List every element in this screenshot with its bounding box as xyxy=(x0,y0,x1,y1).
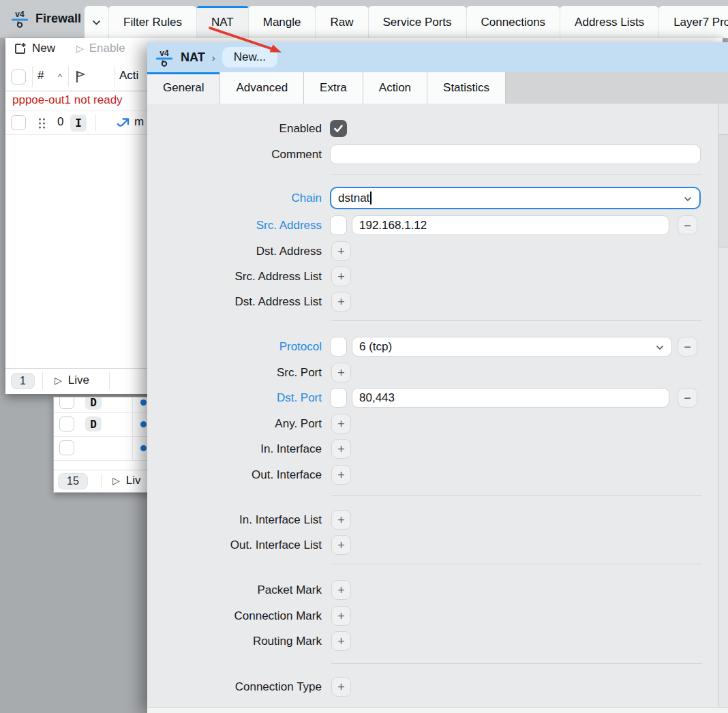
field-connection-type: Connection Type + xyxy=(147,677,728,697)
check-icon xyxy=(333,124,344,133)
field-chain: Chain dstnat xyxy=(147,188,728,208)
field-out-interface-list: Out. Interface List + xyxy=(147,535,728,555)
add-src-address-list-button[interactable]: + xyxy=(331,267,351,286)
chevron-down-icon xyxy=(656,345,664,350)
tab-filter-rules[interactable]: Filter Rules xyxy=(108,6,196,38)
tab-service-ports[interactable]: Service Ports xyxy=(368,6,466,38)
field-dst-address-list: Dst. Address List + xyxy=(147,292,728,312)
field-src-address-list: Src. Address List + xyxy=(147,267,728,286)
remove-dst-port-button[interactable]: − xyxy=(678,388,697,408)
field-src-address: Src. Address − xyxy=(147,215,728,235)
field-connection-mark: Connection Mark + xyxy=(147,606,728,626)
negate-checkbox[interactable] xyxy=(330,388,347,408)
breadcrumb-root: NAT xyxy=(181,50,205,65)
dst-port-input[interactable] xyxy=(352,388,669,408)
new-window-icon xyxy=(14,42,27,55)
add-connection-type-button[interactable]: + xyxy=(331,677,351,697)
firewall-tabs: Filter Rules NAT Mangle Raw Service Port… xyxy=(85,6,728,38)
svg-text:v4: v4 xyxy=(15,10,25,19)
group-divider xyxy=(331,320,702,321)
remove-protocol-button[interactable]: − xyxy=(678,337,697,356)
dialog-titlebar[interactable]: v4 NAT › New... xyxy=(147,42,728,72)
field-packet-mark: Packet Mark + xyxy=(147,580,728,600)
group-divider xyxy=(331,564,702,564)
field-in-interface: In. Interface + xyxy=(147,439,728,459)
add-out-interface-list-button[interactable]: + xyxy=(331,535,351,555)
tab-layer7-protocols[interactable]: Layer7 Protocols xyxy=(658,6,728,38)
add-connection-mark-button[interactable]: + xyxy=(331,606,351,626)
firewall-title-group: v4 Firewall xyxy=(11,9,81,29)
group-divider xyxy=(331,495,702,496)
tab-general[interactable]: General xyxy=(147,72,220,104)
add-src-port-button[interactable]: + xyxy=(331,363,351,382)
column-action-header[interactable]: Acti xyxy=(119,69,138,82)
page-title: Firewall xyxy=(35,12,81,26)
chain-combobox[interactable]: dstnat xyxy=(330,187,701,209)
add-in-interface-button[interactable]: + xyxy=(331,439,351,459)
invalid-flag-badge: I xyxy=(70,115,87,132)
row-count-badge: 15 xyxy=(58,473,88,489)
action-cell-text: m xyxy=(134,115,144,129)
remove-src-address-button[interactable]: − xyxy=(678,215,697,235)
tab-advanced[interactable]: Advanced xyxy=(220,72,304,104)
add-out-interface-button[interactable]: + xyxy=(331,465,351,485)
sort-ascending-icon[interactable]: ^ xyxy=(58,72,62,82)
new-rule-button[interactable]: New xyxy=(14,42,55,55)
status-dot xyxy=(140,421,147,427)
field-dst-port: Dst. Port − xyxy=(147,388,728,408)
row-count-badge: 1 xyxy=(11,373,35,389)
rule-number: 0 xyxy=(57,115,63,129)
add-dst-address-list-button[interactable]: + xyxy=(331,292,351,312)
dialog-scrollbar-thumb[interactable] xyxy=(718,134,728,247)
firewall-window-header: v4 Firewall Filter Rules NAT Mangle Raw … xyxy=(0,0,728,38)
add-dst-address-button[interactable]: + xyxy=(331,241,351,261)
enabled-checkbox[interactable] xyxy=(330,120,347,137)
tab-mangle[interactable]: Mangle xyxy=(248,6,316,38)
add-routing-mark-button[interactable]: + xyxy=(331,631,351,651)
row-checkbox[interactable] xyxy=(59,416,74,431)
group-divider xyxy=(331,175,702,175)
field-out-interface: Out. Interface + xyxy=(147,465,728,485)
field-src-port: Src. Port + xyxy=(147,363,728,382)
tab-statistics[interactable]: Statistics xyxy=(427,72,506,104)
group-divider xyxy=(331,663,702,664)
enable-rule-button[interactable]: ▷ Enable xyxy=(76,42,125,55)
live-toggle-button[interactable]: ▷ Live xyxy=(55,374,89,387)
add-packet-mark-button[interactable]: + xyxy=(331,580,351,600)
webfig-screen: v4 Firewall Filter Rules NAT Mangle Raw … xyxy=(0,0,728,713)
jump-action-icon xyxy=(117,117,130,128)
add-any-port-button[interactable]: + xyxy=(331,414,351,434)
negate-checkbox[interactable] xyxy=(330,215,347,235)
negate-checkbox[interactable] xyxy=(330,337,347,356)
tab-extra[interactable]: Extra xyxy=(304,72,363,104)
status-dot xyxy=(140,445,147,451)
row-checkbox[interactable] xyxy=(11,115,26,130)
warning-text: pppoe-out1 not ready xyxy=(12,93,123,107)
column-number-header[interactable]: # xyxy=(37,69,44,82)
tab-action[interactable]: Action xyxy=(363,72,427,104)
breadcrumb-current: New... xyxy=(222,47,277,67)
tab-raw[interactable]: Raw xyxy=(315,6,367,38)
field-comment: Comment xyxy=(147,145,728,164)
protocol-select[interactable]: 6 (tcp) xyxy=(352,337,672,356)
select-all-checkbox[interactable] xyxy=(11,70,26,85)
field-routing-mark: Routing Mark + xyxy=(147,631,728,651)
tabs-overflow-button[interactable] xyxy=(85,6,108,38)
tab-connections[interactable]: Connections xyxy=(466,6,560,38)
src-address-input[interactable] xyxy=(352,215,669,235)
dialog-bottom-bar xyxy=(147,707,728,713)
live-toggle-button[interactable]: ▷ Liv xyxy=(112,474,141,487)
tab-nat[interactable]: NAT xyxy=(196,6,248,38)
add-in-interface-list-button[interactable]: + xyxy=(331,510,351,530)
drag-handle-icon[interactable] xyxy=(38,118,46,129)
text-cursor xyxy=(370,192,371,204)
comment-input[interactable] xyxy=(330,145,701,164)
play-icon: ▷ xyxy=(76,43,84,54)
flag-column-icon[interactable] xyxy=(75,70,86,83)
chevron-down-icon xyxy=(92,20,101,25)
tab-address-lists[interactable]: Address Lists xyxy=(560,6,658,38)
field-any-port: Any. Port + xyxy=(147,414,728,434)
row-checkbox[interactable] xyxy=(59,440,74,455)
ipv4-firewall-icon: v4 xyxy=(11,9,29,29)
row-checkbox[interactable] xyxy=(59,397,74,409)
